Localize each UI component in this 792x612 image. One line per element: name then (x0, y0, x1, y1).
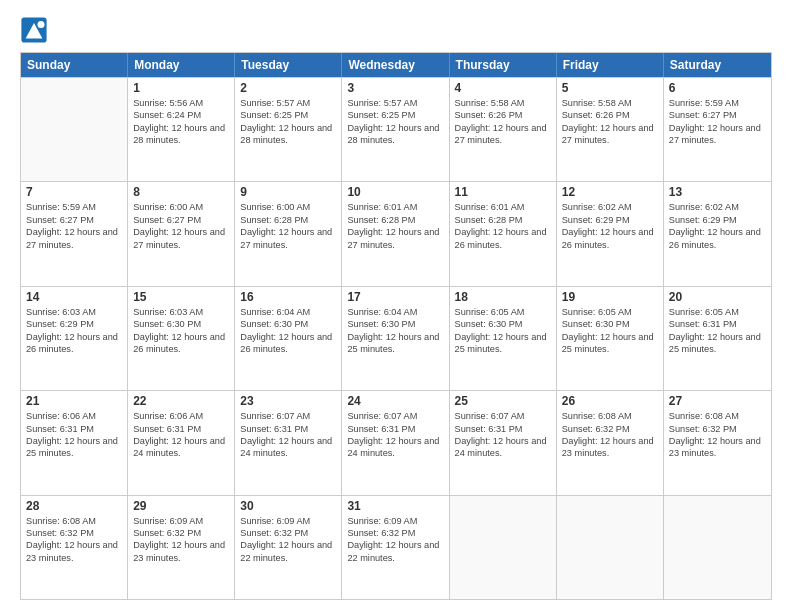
sunrise: Sunrise: 6:02 AM (562, 201, 658, 213)
day-number: 7 (26, 185, 122, 199)
cal-day-16: 16 Sunrise: 6:04 AM Sunset: 6:30 PM Dayl… (235, 287, 342, 390)
day-number: 3 (347, 81, 443, 95)
sunset: Sunset: 6:31 PM (347, 423, 443, 435)
daylight: Daylight: 12 hours and 26 minutes. (133, 331, 229, 356)
day-number: 18 (455, 290, 551, 304)
sunset: Sunset: 6:30 PM (133, 318, 229, 330)
day-number: 4 (455, 81, 551, 95)
sunset: Sunset: 6:28 PM (347, 214, 443, 226)
daylight: Daylight: 12 hours and 22 minutes. (240, 539, 336, 564)
daylight: Daylight: 12 hours and 23 minutes. (562, 435, 658, 460)
logo-icon (20, 16, 48, 44)
day-number: 11 (455, 185, 551, 199)
sunset: Sunset: 6:29 PM (26, 318, 122, 330)
cal-day-19: 19 Sunrise: 6:05 AM Sunset: 6:30 PM Dayl… (557, 287, 664, 390)
day-number: 17 (347, 290, 443, 304)
cal-week-4: 21 Sunrise: 6:06 AM Sunset: 6:31 PM Dayl… (21, 390, 771, 494)
day-number: 25 (455, 394, 551, 408)
daylight: Daylight: 12 hours and 24 minutes. (347, 435, 443, 460)
daylight: Daylight: 12 hours and 26 minutes. (455, 226, 551, 251)
cal-day-9: 9 Sunrise: 6:00 AM Sunset: 6:28 PM Dayli… (235, 182, 342, 285)
cal-day-31: 31 Sunrise: 6:09 AM Sunset: 6:32 PM Dayl… (342, 496, 449, 599)
daylight: Daylight: 12 hours and 27 minutes. (562, 122, 658, 147)
sunrise: Sunrise: 6:06 AM (133, 410, 229, 422)
cal-day-15: 15 Sunrise: 6:03 AM Sunset: 6:30 PM Dayl… (128, 287, 235, 390)
cal-day-21: 21 Sunrise: 6:06 AM Sunset: 6:31 PM Dayl… (21, 391, 128, 494)
sunset: Sunset: 6:30 PM (240, 318, 336, 330)
daylight: Daylight: 12 hours and 26 minutes. (669, 226, 766, 251)
svg-point-2 (38, 21, 45, 28)
cal-day-4: 4 Sunrise: 5:58 AM Sunset: 6:26 PM Dayli… (450, 78, 557, 181)
daylight: Daylight: 12 hours and 24 minutes. (240, 435, 336, 460)
daylight: Daylight: 12 hours and 24 minutes. (133, 435, 229, 460)
day-number: 27 (669, 394, 766, 408)
cal-empty (557, 496, 664, 599)
day-number: 19 (562, 290, 658, 304)
daylight: Daylight: 12 hours and 27 minutes. (26, 226, 122, 251)
sunrise: Sunrise: 6:09 AM (347, 515, 443, 527)
sunset: Sunset: 6:28 PM (455, 214, 551, 226)
sunset: Sunset: 6:32 PM (240, 527, 336, 539)
cal-day-25: 25 Sunrise: 6:07 AM Sunset: 6:31 PM Dayl… (450, 391, 557, 494)
daylight: Daylight: 12 hours and 28 minutes. (133, 122, 229, 147)
sunrise: Sunrise: 6:05 AM (455, 306, 551, 318)
sunrise: Sunrise: 6:04 AM (240, 306, 336, 318)
cal-header-monday: Monday (128, 53, 235, 77)
sunset: Sunset: 6:24 PM (133, 109, 229, 121)
cal-empty (450, 496, 557, 599)
cal-header-wednesday: Wednesday (342, 53, 449, 77)
sunset: Sunset: 6:27 PM (26, 214, 122, 226)
sunrise: Sunrise: 5:59 AM (669, 97, 766, 109)
sunset: Sunset: 6:29 PM (562, 214, 658, 226)
daylight: Daylight: 12 hours and 25 minutes. (562, 331, 658, 356)
daylight: Daylight: 12 hours and 25 minutes. (347, 331, 443, 356)
day-number: 13 (669, 185, 766, 199)
daylight: Daylight: 12 hours and 27 minutes. (669, 122, 766, 147)
sunrise: Sunrise: 6:07 AM (347, 410, 443, 422)
day-number: 1 (133, 81, 229, 95)
sunrise: Sunrise: 6:00 AM (240, 201, 336, 213)
sunrise: Sunrise: 6:07 AM (455, 410, 551, 422)
cal-header-saturday: Saturday (664, 53, 771, 77)
day-number: 9 (240, 185, 336, 199)
sunrise: Sunrise: 6:06 AM (26, 410, 122, 422)
daylight: Daylight: 12 hours and 26 minutes. (26, 331, 122, 356)
cal-day-20: 20 Sunrise: 6:05 AM Sunset: 6:31 PM Dayl… (664, 287, 771, 390)
cal-week-2: 7 Sunrise: 5:59 AM Sunset: 6:27 PM Dayli… (21, 181, 771, 285)
day-number: 26 (562, 394, 658, 408)
sunset: Sunset: 6:27 PM (669, 109, 766, 121)
cal-day-29: 29 Sunrise: 6:09 AM Sunset: 6:32 PM Dayl… (128, 496, 235, 599)
day-number: 12 (562, 185, 658, 199)
day-number: 23 (240, 394, 336, 408)
cal-day-27: 27 Sunrise: 6:08 AM Sunset: 6:32 PM Dayl… (664, 391, 771, 494)
day-number: 21 (26, 394, 122, 408)
cal-day-30: 30 Sunrise: 6:09 AM Sunset: 6:32 PM Dayl… (235, 496, 342, 599)
cal-day-13: 13 Sunrise: 6:02 AM Sunset: 6:29 PM Dayl… (664, 182, 771, 285)
daylight: Daylight: 12 hours and 28 minutes. (240, 122, 336, 147)
cal-day-11: 11 Sunrise: 6:01 AM Sunset: 6:28 PM Dayl… (450, 182, 557, 285)
daylight: Daylight: 12 hours and 26 minutes. (240, 331, 336, 356)
sunrise: Sunrise: 6:03 AM (26, 306, 122, 318)
daylight: Daylight: 12 hours and 23 minutes. (669, 435, 766, 460)
sunset: Sunset: 6:30 PM (455, 318, 551, 330)
sunrise: Sunrise: 6:01 AM (455, 201, 551, 213)
cal-day-5: 5 Sunrise: 5:58 AM Sunset: 6:26 PM Dayli… (557, 78, 664, 181)
sunset: Sunset: 6:27 PM (133, 214, 229, 226)
day-number: 15 (133, 290, 229, 304)
daylight: Daylight: 12 hours and 27 minutes. (347, 226, 443, 251)
sunrise: Sunrise: 6:05 AM (562, 306, 658, 318)
cal-day-28: 28 Sunrise: 6:08 AM Sunset: 6:32 PM Dayl… (21, 496, 128, 599)
cal-day-1: 1 Sunrise: 5:56 AM Sunset: 6:24 PM Dayli… (128, 78, 235, 181)
cal-day-6: 6 Sunrise: 5:59 AM Sunset: 6:27 PM Dayli… (664, 78, 771, 181)
day-number: 16 (240, 290, 336, 304)
sunrise: Sunrise: 5:56 AM (133, 97, 229, 109)
daylight: Daylight: 12 hours and 23 minutes. (26, 539, 122, 564)
sunrise: Sunrise: 5:58 AM (562, 97, 658, 109)
cal-week-3: 14 Sunrise: 6:03 AM Sunset: 6:29 PM Dayl… (21, 286, 771, 390)
daylight: Daylight: 12 hours and 25 minutes. (26, 435, 122, 460)
sunrise: Sunrise: 6:02 AM (669, 201, 766, 213)
day-number: 10 (347, 185, 443, 199)
daylight: Daylight: 12 hours and 27 minutes. (455, 122, 551, 147)
day-number: 20 (669, 290, 766, 304)
sunset: Sunset: 6:26 PM (562, 109, 658, 121)
